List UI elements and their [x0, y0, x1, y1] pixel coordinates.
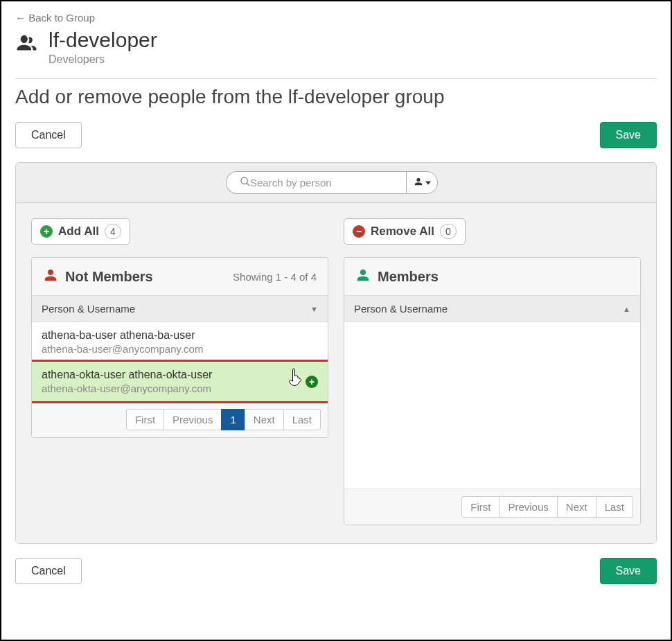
group-subtitle: Developers [48, 53, 157, 66]
members-column-header[interactable]: Person & Username ▲ [344, 296, 640, 322]
save-button[interactable]: Save [600, 122, 657, 148]
user-email: athena-okta-user@anycompany.com [42, 383, 212, 394]
pager-first[interactable]: First [126, 409, 164, 430]
cancel-button[interactable]: Cancel [15, 558, 82, 584]
membership-panel: + Add All 4 Not Members Showing 1 - 4 of… [15, 162, 657, 544]
pager-next[interactable]: Next [557, 496, 596, 518]
not-members-card: Not Members Showing 1 - 4 of 4 Person & … [31, 257, 328, 438]
members-pager: First Previous Next Last [344, 489, 640, 525]
sort-icon: ▼ [310, 305, 318, 313]
members-title: Members [378, 269, 439, 285]
column-label: Person & Username [354, 303, 448, 315]
plus-icon: + [40, 225, 53, 238]
back-to-group-link[interactable]: ← Back to Group [15, 12, 95, 24]
list-item[interactable]: athena-ba-user athena-ba-user athena-ba-… [32, 322, 328, 362]
column-label: Person & Username [42, 303, 135, 315]
svg-point-0 [241, 177, 247, 184]
person-icon [355, 267, 371, 286]
add-all-count: 4 [105, 224, 121, 239]
cursor-hand-icon [288, 367, 305, 389]
add-all-label: Add All [58, 225, 99, 238]
not-members-pager: First Previous 1 Next Last [32, 401, 328, 437]
page-title: Add or remove people from the lf-develop… [15, 86, 657, 108]
user-name: athena-ba-user athena-ba-user [42, 329, 203, 342]
pager-last[interactable]: Last [283, 409, 321, 430]
members-card: Members Person & Username ▲ First Previo… [344, 257, 641, 525]
user-name: athena-okta-user athena-okta-user [42, 369, 212, 381]
remove-all-button[interactable]: − Remove All 0 [344, 218, 466, 245]
not-members-showing: Showing 1 - 4 of 4 [233, 271, 317, 283]
remove-all-count: 0 [440, 224, 457, 239]
list-item[interactable]: athena-okta-user athena-okta-user athena… [31, 360, 328, 403]
search-bar [16, 163, 656, 203]
save-button[interactable]: Save [600, 558, 657, 584]
person-icon [414, 177, 423, 189]
svg-line-1 [247, 183, 249, 186]
members-empty [344, 322, 640, 489]
minus-icon: − [353, 225, 365, 238]
group-icon [15, 28, 39, 59]
sort-icon: ▲ [623, 305, 630, 313]
pager-last[interactable]: Last [596, 496, 633, 518]
search-input[interactable] [226, 171, 406, 194]
pager-first[interactable]: First [461, 496, 499, 518]
group-name: lf-developer [48, 28, 157, 52]
pager-previous[interactable]: Previous [163, 409, 222, 430]
add-person-icon[interactable]: + [306, 376, 318, 388]
search-icon [240, 176, 251, 190]
cancel-button[interactable]: Cancel [15, 122, 82, 148]
pager-previous[interactable]: Previous [499, 496, 557, 518]
not-members-title: Not Members [65, 269, 153, 285]
divider [15, 78, 657, 79]
remove-all-label: Remove All [371, 225, 434, 238]
pager-next[interactable]: Next [245, 409, 284, 430]
person-icon [43, 267, 58, 286]
person-filter-dropdown[interactable] [406, 171, 438, 194]
chevron-down-icon [425, 180, 431, 186]
user-email: athena-ba-user@anycompany.com [42, 343, 203, 355]
add-all-button[interactable]: + Add All 4 [31, 218, 130, 245]
pager-page-1[interactable]: 1 [221, 409, 245, 430]
not-members-column-header[interactable]: Person & Username ▼ [32, 296, 328, 322]
